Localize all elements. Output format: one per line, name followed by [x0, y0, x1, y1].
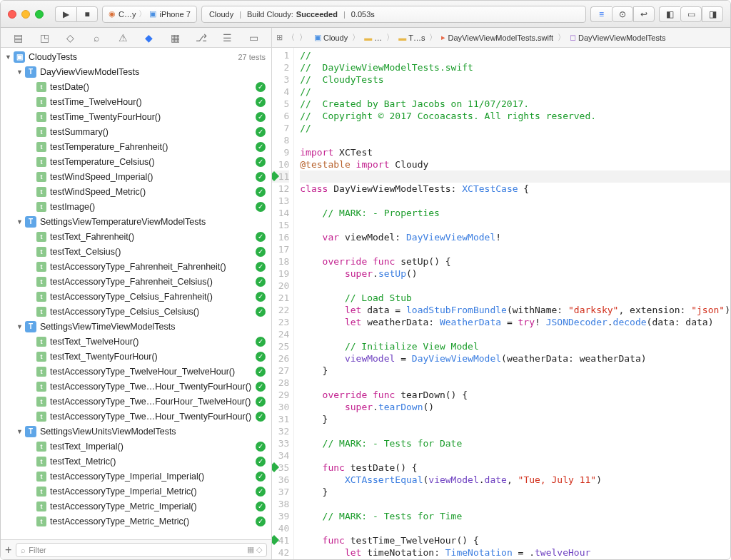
- project-nav-icon[interactable]: ▤: [11, 32, 24, 44]
- tree-row[interactable]: ttestTime_TwelveHour()✓: [1, 94, 271, 109]
- test-method-icon: t: [36, 397, 46, 407]
- disclosure-triangle-icon[interactable]: ▼: [16, 218, 24, 225]
- test-method-icon: t: [36, 352, 46, 362]
- close-window-icon[interactable]: [8, 10, 16, 19]
- tree-label: CloudyTests: [29, 52, 235, 62]
- tree-row[interactable]: ttestTime_TwentyFourHour()✓: [1, 109, 271, 124]
- breadcrumb-folder-2[interactable]: ▬T…s: [397, 34, 426, 42]
- source-text[interactable]: //// DayViewViewModelTests.swift// Cloud…: [294, 48, 730, 559]
- toggle-bottom-panel-button[interactable]: ▭: [680, 6, 702, 22]
- tree-row[interactable]: ▼TSettingsViewUnitsViewModelTests: [1, 424, 271, 439]
- tree-row[interactable]: ttestAccessoryType_Imperial_Imperial()✓: [1, 469, 271, 484]
- version-editor-button[interactable]: ↩: [633, 6, 655, 22]
- disclosure-triangle-icon[interactable]: ▼: [16, 323, 24, 330]
- tree-row[interactable]: ttestImage()✓: [1, 199, 271, 214]
- tree-row[interactable]: ttestAccessoryType_Metric_Metric()✓: [1, 514, 271, 529]
- tree-row[interactable]: ttestAccessoryType_Imperial_Metric()✓: [1, 484, 271, 499]
- test-passed-icon: ✓: [256, 142, 266, 152]
- test-passed-icon: ✓: [256, 457, 266, 467]
- symbol-nav-icon[interactable]: ◇: [64, 32, 77, 44]
- tree-row[interactable]: ▼TSettingsViewTemperatureViewModelTests: [1, 214, 271, 229]
- source-control-nav-icon[interactable]: ◳: [38, 32, 51, 44]
- jump-bar: ⊞ 〈 〉 ▣Cloudy 〉 ▬… 〉 ▬T…s 〉 ▸DayViewView…: [272, 28, 730, 48]
- breadcrumb-symbol[interactable]: ◻DayViewViewModelTests: [568, 33, 667, 42]
- test-diamond-icon[interactable]: [272, 535, 279, 545]
- nav-back-button[interactable]: 〈: [287, 32, 295, 43]
- test-method-icon: t: [36, 142, 46, 152]
- tree-label: SettingsViewTimeViewModelTests: [40, 322, 266, 332]
- related-items-icon[interactable]: ⊞: [276, 33, 283, 42]
- test-method-icon: t: [36, 487, 46, 497]
- tree-row[interactable]: ttestAccessoryType_Celsius_Celsius()✓: [1, 304, 271, 319]
- report-nav-icon[interactable]: ☰: [221, 32, 234, 44]
- test-diamond-icon[interactable]: [272, 462, 279, 472]
- log-nav-icon[interactable]: ▭: [248, 32, 261, 44]
- filter-placeholder: Filter: [29, 546, 46, 554]
- tree-row[interactable]: ttestTemperature_Fahrenheit()✓: [1, 139, 271, 154]
- tree-row[interactable]: ttestText_Celsius()✓: [1, 244, 271, 259]
- tree-row[interactable]: ttestAccessoryType_Twe…Hour_TwentyFourHo…: [1, 409, 271, 424]
- disclosure-triangle-icon[interactable]: ▼: [16, 428, 24, 435]
- breadcrumb-file[interactable]: ▸DayViewViewModelTests.swift: [440, 33, 555, 42]
- toggle-right-panel-button[interactable]: ◨: [702, 6, 723, 22]
- test-method-icon: t: [36, 442, 46, 452]
- tree-row[interactable]: ttestText_Imperial()✓: [1, 439, 271, 454]
- tree-row[interactable]: ttestText_TwentyFourHour()✓: [1, 349, 271, 364]
- test-passed-icon: ✓: [256, 442, 266, 452]
- editor-area: ⊞ 〈 〉 ▣Cloudy 〉 ▬… 〉 ▬T…s 〉 ▸DayViewView…: [272, 28, 730, 559]
- tree-row[interactable]: ttestTemperature_Celsius()✓: [1, 154, 271, 169]
- find-nav-icon[interactable]: ⌕: [90, 32, 103, 44]
- disclosure-triangle-icon[interactable]: ▼: [5, 54, 12, 61]
- tree-row[interactable]: ttestAccessoryType_Metric_Imperial()✓: [1, 499, 271, 514]
- tree-row[interactable]: ttestAccessoryType_Twe…Hour_TwentyFourHo…: [1, 379, 271, 394]
- tree-label: testAccessoryType_Fahrenheit_Celsius(): [50, 277, 256, 287]
- tree-label: testAccessoryType_Fahrenheit_Fahrenheit(…: [50, 262, 256, 272]
- scheme-selector[interactable]: ◉ C…y 〉 ▣ iPhone 7: [102, 6, 197, 23]
- tree-row[interactable]: ttestText_TwelveHour()✓: [1, 334, 271, 349]
- navigator-tabs: ▤ ◳ ◇ ⌕ ⚠ ◆ ▦ ⎇ ☰ ▭: [1, 28, 271, 48]
- nav-forward-button[interactable]: 〉: [299, 32, 307, 43]
- tree-label: testWindSpeed_Imperial(): [50, 172, 256, 182]
- breakpoint-nav-icon[interactable]: ⎇: [195, 32, 208, 44]
- tree-label: testTime_TwentyFourHour(): [50, 112, 256, 122]
- toggle-left-panel-button[interactable]: ◧: [659, 6, 680, 22]
- test-passed-icon: ✓: [256, 97, 266, 107]
- breadcrumb-project[interactable]: ▣Cloudy: [313, 33, 349, 42]
- tree-row[interactable]: ttestAccessoryType_Twe…FourHour_TwelveHo…: [1, 394, 271, 409]
- standard-editor-button[interactable]: ≡: [590, 6, 612, 22]
- disclosure-triangle-icon[interactable]: ▼: [16, 68, 24, 76]
- assistant-editor-button[interactable]: ⊙: [612, 6, 633, 22]
- minimize-window-icon[interactable]: [21, 10, 30, 19]
- run-button[interactable]: ▶: [55, 6, 76, 22]
- zoom-window-icon[interactable]: [35, 10, 44, 19]
- tree-row[interactable]: ttestSummary()✓: [1, 124, 271, 139]
- status-result: Succeeded: [296, 10, 338, 19]
- tree-row[interactable]: ttestWindSpeed_Imperial()✓: [1, 169, 271, 184]
- tree-label: testDate(): [50, 82, 256, 92]
- test-passed-icon: ✓: [256, 232, 266, 242]
- stop-button[interactable]: ■: [76, 6, 98, 22]
- tree-row[interactable]: ttestDate()✓: [1, 79, 271, 94]
- tree-row[interactable]: ttestText_Metric()✓: [1, 454, 271, 469]
- tree-row[interactable]: ttestAccessoryType_TwelveHour_TwelveHour…: [1, 364, 271, 379]
- test-nav-icon[interactable]: ◆: [143, 32, 156, 44]
- test-method-icon: t: [36, 82, 46, 92]
- tree-row[interactable]: ttestAccessoryType_Fahrenheit_Celsius()✓: [1, 274, 271, 289]
- tree-row[interactable]: ttestAccessoryType_Fahrenheit_Fahrenheit…: [1, 259, 271, 274]
- breadcrumb-folder[interactable]: ▬…: [363, 34, 383, 42]
- add-button[interactable]: +: [5, 544, 11, 556]
- tree-row[interactable]: ▼TSettingsViewTimeViewModelTests: [1, 319, 271, 334]
- tree-row[interactable]: ttestText_Fahrenheit()✓: [1, 229, 271, 244]
- filter-input[interactable]: ⌕ Filter ▦ ◇: [16, 543, 267, 557]
- test-passed-icon: ✓: [256, 292, 266, 302]
- tree-label: testText_Imperial(): [50, 442, 256, 452]
- tree-row[interactable]: ▼▣CloudyTests27 tests: [1, 49, 271, 64]
- tree-row[interactable]: ▼TDayViewViewModelTests: [1, 64, 271, 79]
- test-diamond-icon[interactable]: [272, 171, 279, 181]
- test-passed-icon: ✓: [256, 262, 266, 272]
- tree-row[interactable]: ttestWindSpeed_Metric()✓: [1, 184, 271, 199]
- debug-nav-icon[interactable]: ▦: [168, 32, 181, 44]
- code-editor[interactable]: 1234567891011121314151617181920212223242…: [272, 48, 730, 559]
- tree-row[interactable]: ttestAccessoryType_Celsius_Fahrenheit()✓: [1, 289, 271, 304]
- issue-nav-icon[interactable]: ⚠: [116, 32, 129, 44]
